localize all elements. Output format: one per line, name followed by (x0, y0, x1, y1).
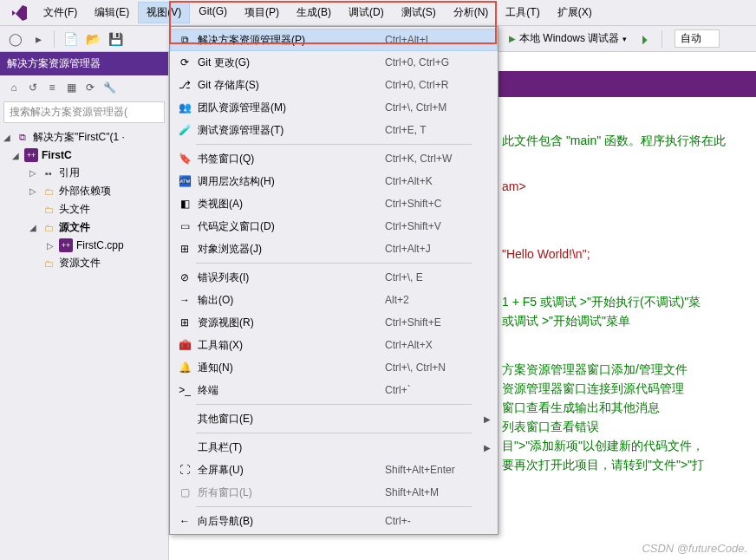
menu-item-输出[interactable]: →输出(O)Alt+2 (170, 289, 498, 311)
code-comment: 列表窗口查看错误 (502, 420, 599, 435)
menu-item-工具栏[interactable]: 工具栏(T)▶ (170, 436, 498, 459)
debug-play-icon[interactable]: ⏵ (635, 29, 656, 49)
tree-solution-node[interactable]: ◢⧉解决方案"FirstC"(1 · (0, 128, 168, 147)
menu-item-label: 书签窗口(Q) (198, 152, 380, 166)
menu-item-类视图[interactable]: ◧类视图(A)Ctrl+Shift+C (170, 192, 498, 215)
sync-icon[interactable]: ↺ (24, 79, 42, 96)
menu-item-label: 解决方案资源管理器(P) (198, 33, 380, 48)
code-comment: 窗口查看生成输出和其他消息 (502, 400, 660, 416)
menubar: 文件(F)编辑(E)视图(V)Git(G)项目(P)生成(B)调试(D)测试(S… (0, 0, 756, 26)
menu-item-icon (177, 411, 192, 427)
menu-item-对象浏览器[interactable]: ⊞对象浏览器(J)Ctrl+Alt+J (170, 238, 498, 260)
menu-项目[interactable]: 项目(P) (236, 2, 288, 23)
tree-source-file[interactable]: ▷++FirstC.cpp (0, 237, 168, 254)
save-icon[interactable]: 💾 (105, 29, 126, 49)
menu-item-shortcut: Shift+Alt+Enter (385, 464, 455, 476)
tree-external-node[interactable]: ▷🗀外部依赖项 (0, 182, 168, 200)
collapse-icon[interactable]: ≡ (43, 79, 61, 96)
menu-item-shortcut: Ctrl+Alt+J (385, 243, 431, 255)
menu-item-icon: ⟳ (177, 55, 192, 70)
menu-item-label: 输出(O) (198, 293, 380, 308)
menu-item-label: 测试资源管理器(T) (198, 123, 380, 138)
menu-item-书签窗口[interactable]: 🔖书签窗口(Q)Ctrl+K, Ctrl+W (170, 147, 498, 170)
submenu-arrow-icon: ▶ (484, 443, 491, 453)
menu-item-全屏幕[interactable]: ⛶全屏幕(U)Shift+Alt+Enter (170, 459, 498, 481)
menu-item-代码定义窗口[interactable]: ▭代码定义窗口(D)Ctrl+Shift+V (170, 215, 498, 238)
menu-item-icon: 🧪 (177, 122, 192, 138)
menu-item-测试资源管理器[interactable]: 🧪测试资源管理器(T)Ctrl+E, T (170, 119, 498, 141)
menu-扩展[interactable]: 扩展(X) (549, 2, 601, 23)
code-text: am> (502, 179, 526, 193)
menu-分析[interactable]: 分析(N) (445, 2, 498, 23)
menu-item-icon: ⊞ (177, 241, 192, 257)
menu-item-shortcut: Ctrl+Alt+L (385, 34, 431, 46)
menu-item-label: 其他窗口(E) (198, 412, 380, 427)
menu-item-icon: ◧ (177, 196, 192, 212)
open-icon[interactable]: 📂 (82, 29, 103, 49)
refresh-icon[interactable]: ⟳ (81, 79, 99, 96)
menu-item-icon: >_ (177, 382, 192, 398)
menu-item-错误列表[interactable]: ⊘错误列表(I)Ctrl+\, E (170, 266, 498, 289)
menu-item-icon: 🔔 (177, 360, 192, 375)
menu-item-shortcut: Ctrl+Alt+X (385, 339, 433, 351)
menu-item-label: 资源视图(R) (198, 316, 380, 330)
menu-item-shortcut: Ctrl+- (385, 515, 411, 527)
menu-git[interactable]: Git(G) (190, 2, 236, 23)
solution-tree: ◢⧉解决方案"FirstC"(1 · ◢++FirstC ▷▪▪引用 ▷🗀外部依… (0, 125, 168, 276)
menu-item-icon: ← (177, 513, 192, 529)
menu-item-icon: ⊘ (177, 270, 192, 285)
menu-生成[interactable]: 生成(B) (288, 2, 340, 23)
tree-sources-node[interactable]: ◢🗀源文件 (0, 218, 168, 237)
debug-target-dropdown[interactable]: 本地 Windows 调试器 ▾ (502, 29, 634, 48)
menu-item-icon: 🧰 (177, 337, 192, 353)
menu-item-icon: 🔖 (177, 151, 192, 166)
menu-item-shortcut: Ctrl+E, T (385, 124, 426, 136)
menu-item-shortcut: Ctrl+` (385, 384, 411, 396)
watermark: CSDN @futureCode. (642, 542, 747, 555)
menu-item-label: 对象浏览器(J) (198, 242, 380, 257)
menu-item-终端[interactable]: >_终端Ctrl+` (170, 379, 498, 401)
menu-item-shortcut: Ctrl+Shift+C (385, 198, 441, 210)
menu-item-调用层次结构[interactable]: 🏧调用层次结构(H)Ctrl+Alt+K (170, 170, 498, 192)
menu-item-Git 更改[interactable]: ⟳Git 更改(G)Ctrl+0, Ctrl+G (170, 51, 498, 74)
menu-工具[interactable]: 工具(T) (497, 2, 548, 23)
menu-测试[interactable]: 测试(S) (393, 2, 445, 23)
code-comment: 1 + F5 或调试 >"开始执行(不调试)"菜 (502, 295, 701, 310)
menu-调试[interactable]: 调试(D) (340, 2, 393, 23)
auto-dropdown[interactable]: 自动 (675, 29, 720, 48)
menu-item-shortcut: Alt+2 (385, 294, 409, 306)
menu-item-Git 存储库[interactable]: ⎇Git 存储库(S)Ctrl+0, Ctrl+R (170, 74, 498, 96)
tree-project-node[interactable]: ◢++FirstC (0, 147, 168, 164)
menu-item-工具箱[interactable]: 🧰工具箱(X)Ctrl+Alt+X (170, 334, 498, 356)
menu-item-icon: → (177, 292, 192, 308)
tree-headers-node[interactable]: 🗀头文件 (0, 200, 168, 218)
code-string: "; (583, 247, 590, 261)
menu-item-shortcut: Shift+Alt+M (385, 486, 439, 498)
nav-back-icon[interactable]: ◯ (5, 29, 26, 49)
code-string: "Hello World! (502, 247, 572, 261)
tree-resources-node[interactable]: 🗀资源文件 (0, 254, 168, 272)
menu-item-label: 调用层次结构(H) (198, 174, 380, 189)
nav-fwd-icon[interactable]: ▸ (28, 29, 49, 49)
props-icon[interactable]: 🔧 (101, 79, 118, 96)
menu-item-资源视图[interactable]: ⊞资源视图(R)Ctrl+Shift+E (170, 311, 498, 334)
new-icon[interactable]: 📄 (60, 29, 81, 49)
menu-item-icon: ⊞ (177, 315, 192, 330)
menu-编辑[interactable]: 编辑(E) (86, 2, 138, 23)
menu-文件[interactable]: 文件(F) (35, 2, 86, 23)
menu-item-通知[interactable]: 🔔通知(N)Ctrl+\, Ctrl+N (170, 356, 498, 379)
menu-item-label: Git 存储库(S) (198, 78, 380, 93)
home-icon[interactable]: ⌂ (5, 79, 23, 96)
tree-references-node[interactable]: ▷▪▪引用 (0, 164, 168, 182)
menu-item-团队资源管理器[interactable]: 👥团队资源管理器(M)Ctrl+\, Ctrl+M (170, 96, 498, 119)
menu-item-label: 向后导航(B) (198, 514, 380, 529)
menu-item-label: 工具箱(X) (198, 338, 380, 353)
panel-toolbar: ⌂ ↺ ≡ ▦ ⟳ 🔧 (0, 75, 168, 100)
search-input[interactable]: 搜索解决方案资源管理器( (3, 101, 165, 123)
menu-视图[interactable]: 视图(V) (138, 2, 190, 23)
menu-item-其他窗口[interactable]: 其他窗口(E)▶ (170, 407, 498, 430)
menu-item-向后导航[interactable]: ←向后导航(B)Ctrl+- (170, 510, 498, 532)
menu-item-解决方案资源管理器[interactable]: ⧉解决方案资源管理器(P)Ctrl+Alt+L (170, 29, 498, 51)
show-all-icon[interactable]: ▦ (62, 79, 80, 96)
menu-item-shortcut: Ctrl+Shift+E (385, 316, 441, 329)
